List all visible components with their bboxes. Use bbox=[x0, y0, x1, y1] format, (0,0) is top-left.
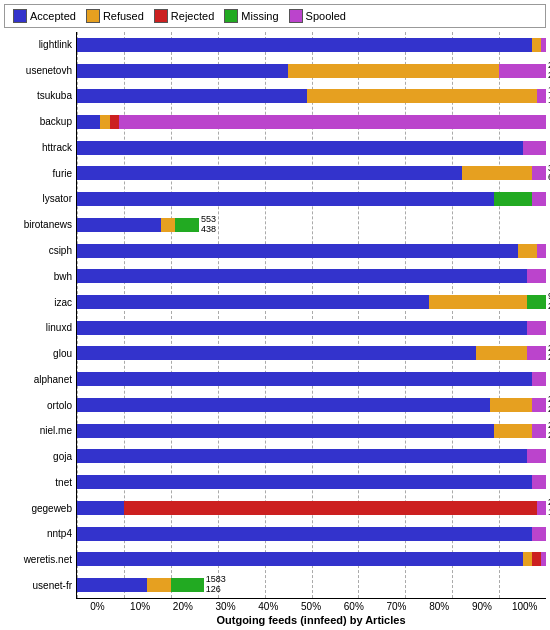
chart-area: lightlinkusenetovhtsukubabackuphttrackfu… bbox=[4, 32, 546, 599]
bar-segment-refused-ortolo bbox=[490, 398, 532, 412]
legend-label-refused: Refused bbox=[103, 10, 144, 22]
bar-segment-refused-birotanews bbox=[161, 218, 175, 232]
x-axis-label: 0% bbox=[76, 601, 119, 612]
x-axis-label: 70% bbox=[375, 601, 418, 612]
x-axis-title: Outgoing feeds (innfeed) by Articles bbox=[76, 614, 546, 626]
bar-segment-accepted-weretis.net bbox=[77, 552, 523, 566]
legend-label-rejected: Rejected bbox=[171, 10, 214, 22]
chart-container: AcceptedRefusedRejectedMissingSpooled li… bbox=[0, 0, 550, 630]
legend-color-accepted bbox=[13, 9, 27, 23]
bar-segment-missing-izac bbox=[527, 295, 546, 309]
x-axis-label: 90% bbox=[461, 601, 504, 612]
bar-segment-accepted-ortolo bbox=[77, 398, 490, 412]
bar-segment-accepted-goja bbox=[77, 449, 527, 463]
bar-segment-accepted-glou bbox=[77, 346, 476, 360]
bar-segment-spooled-lightlink bbox=[541, 38, 546, 52]
bar-segment-missing-usenet-fr bbox=[171, 578, 204, 592]
bar-segment-accepted-birotanews bbox=[77, 218, 161, 232]
y-label-birotanews: birotanews bbox=[24, 220, 72, 230]
bar-row-alphanet: 7349254 bbox=[77, 371, 546, 387]
bar-segment-spooled-httrack bbox=[523, 141, 546, 155]
bar-segment-spooled-weretis.net bbox=[541, 552, 546, 566]
bar-row-weretis.net: 3752161 bbox=[77, 551, 546, 567]
bar-segment-refused-furie bbox=[462, 166, 532, 180]
bar-row-furie: 3813679 bbox=[77, 165, 546, 181]
y-label-csiph: csiph bbox=[49, 246, 72, 256]
bar-segment-refused-backup bbox=[100, 115, 109, 129]
y-label-ortolo: ortolo bbox=[47, 401, 72, 411]
bar-segment-spooled-usenetovh bbox=[499, 64, 546, 78]
bar-segment-refused-usenet-fr bbox=[147, 578, 170, 592]
legend: AcceptedRefusedRejectedMissingSpooled bbox=[4, 4, 546, 28]
bar-segment-accepted-nntp4 bbox=[77, 527, 532, 541]
y-label-tsukuba: tsukuba bbox=[37, 91, 72, 101]
x-axis-label: 40% bbox=[247, 601, 290, 612]
bar-segment-spooled-niel.me bbox=[532, 424, 546, 438]
legend-color-missing bbox=[224, 9, 238, 23]
legend-color-rejected bbox=[154, 9, 168, 23]
bar-row-csiph: 6780299 bbox=[77, 243, 546, 259]
bar-row-backup: 81681276 bbox=[77, 114, 546, 130]
bar-segment-accepted-izac bbox=[77, 295, 429, 309]
y-label-nntp4: nntp4 bbox=[47, 529, 72, 539]
x-axis-labels: 0%10%20%30%40%50%60%70%80%90%100% bbox=[76, 601, 546, 612]
x-axis-label: 20% bbox=[161, 601, 204, 612]
bar-segment-accepted-linuxd bbox=[77, 321, 527, 335]
y-label-alphanet: alphanet bbox=[34, 375, 72, 385]
bar-segment-refused-niel.me bbox=[494, 424, 532, 438]
bar-segment-spooled-tnet bbox=[532, 475, 546, 489]
bar-segment-spooled-ortolo bbox=[532, 398, 546, 412]
bar-row-tsukuba: 15241523 bbox=[77, 88, 546, 104]
bar-value-label-usenet-fr: 1583126 bbox=[206, 575, 226, 595]
bar-segment-accepted-tnet bbox=[77, 475, 532, 489]
x-axis-label: 30% bbox=[204, 601, 247, 612]
x-axis-label: 80% bbox=[418, 601, 461, 612]
bar-segment-spooled-glou bbox=[527, 346, 546, 360]
bar-row-usenet-fr: 1583126 bbox=[77, 577, 546, 593]
y-label-gegeweb: gegeweb bbox=[31, 504, 72, 514]
bar-row-lightlink: 79706846 bbox=[77, 37, 546, 53]
bottom-area: 0%10%20%30%40%50%60%70%80%90%100% Outgoi… bbox=[76, 599, 546, 626]
bar-segment-refused-weretis.net bbox=[523, 552, 532, 566]
bar-segment-rejected-weretis.net bbox=[532, 552, 541, 566]
bar-row-birotanews: 553438 bbox=[77, 217, 546, 233]
y-label-usenetovh: usenetovh bbox=[26, 66, 72, 76]
bar-row-httrack: 78901110 bbox=[77, 140, 546, 156]
y-label-httrack: httrack bbox=[42, 143, 72, 153]
bar-segment-spooled-nntp4 bbox=[532, 527, 546, 541]
bar-segment-accepted-tsukuba bbox=[77, 89, 307, 103]
bar-segment-accepted-niel.me bbox=[77, 424, 494, 438]
legend-item-spooled: Spooled bbox=[289, 9, 346, 23]
bar-segment-refused-lightlink bbox=[532, 38, 541, 52]
y-label-usenet-fr: usenet-fr bbox=[33, 581, 72, 591]
x-axis-label: 60% bbox=[332, 601, 375, 612]
legend-color-refused bbox=[86, 9, 100, 23]
bar-row-bwh: 8026279 bbox=[77, 268, 546, 284]
bar-segment-accepted-lysator bbox=[77, 192, 494, 206]
bar-segment-refused-csiph bbox=[518, 244, 537, 258]
bar-row-gegeweb: 2015183 bbox=[77, 500, 546, 516]
legend-label-spooled: Spooled bbox=[306, 10, 346, 22]
bar-segment-rejected-backup bbox=[110, 115, 119, 129]
y-label-glou: glou bbox=[53, 349, 72, 359]
y-label-backup: backup bbox=[40, 117, 72, 127]
y-label-lightlink: lightlink bbox=[39, 40, 72, 50]
bar-segment-spooled-furie bbox=[532, 166, 546, 180]
y-label-tnet: tnet bbox=[55, 478, 72, 488]
bar-segment-spooled-bwh bbox=[527, 269, 546, 283]
bar-segment-spooled-backup bbox=[119, 115, 546, 129]
legend-label-accepted: Accepted bbox=[30, 10, 76, 22]
bar-segment-spooled-lysator bbox=[532, 192, 546, 206]
bar-row-usenetovh: 28402473 bbox=[77, 63, 546, 79]
legend-item-rejected: Rejected bbox=[154, 9, 214, 23]
plot-area: 7970684628402473152415238168127678901110… bbox=[76, 32, 546, 599]
legend-item-accepted: Accepted bbox=[13, 9, 76, 23]
bar-segment-spooled-linuxd bbox=[527, 321, 546, 335]
bar-row-glou: 2070263 bbox=[77, 345, 546, 361]
bar-segment-accepted-httrack bbox=[77, 141, 523, 155]
bar-segment-rejected-gegeweb bbox=[124, 501, 537, 515]
legend-color-spooled bbox=[289, 9, 303, 23]
bar-segment-accepted-lightlink bbox=[77, 38, 532, 52]
bar-value-label-birotanews: 553438 bbox=[201, 215, 216, 235]
x-axis-label: 50% bbox=[290, 601, 333, 612]
